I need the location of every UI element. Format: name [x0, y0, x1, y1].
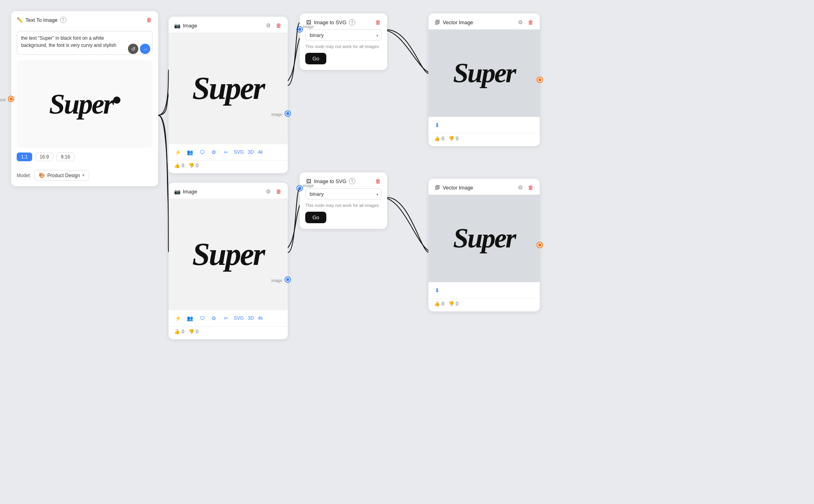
img-to-svg-bottom-body: binary color grayscale ▾ This node may n…	[300, 188, 387, 229]
like-group-bottom[interactable]: 👍 0	[174, 329, 184, 334]
image-node-bottom-settings[interactable]: ⚙	[265, 187, 272, 195]
vector-node-bottom-title-text: Vector Image	[443, 185, 473, 191]
tti-actions: 🗑	[145, 16, 153, 24]
toolbar-people-icon-top[interactable]: 👥	[186, 148, 194, 156]
toolbar-chat-icon-top[interactable]: 🗨	[198, 148, 206, 156]
img-to-svg-bottom-go-button[interactable]: Go	[305, 212, 326, 223]
vector-top-dislike-group[interactable]: 👎 0	[448, 136, 459, 141]
vector-node-top: 🗐 Vector Image ⚙ 🗑 Super ⬇ 👍 0 👎 0	[428, 14, 540, 146]
img-to-svg-top-hint: This node may not work for all images	[305, 44, 382, 49]
toolbar-lightning-icon-bottom[interactable]: ⚡	[174, 314, 182, 322]
toolbar-scissors-icon-bottom[interactable]: ✂	[222, 314, 230, 322]
img-to-svg-bottom-title-text: Image to SVG	[314, 178, 347, 184]
vector-node-top-settings[interactable]: ⚙	[517, 18, 524, 26]
dislike-count-top: 0	[196, 163, 199, 168]
vector-bottom-like-group[interactable]: 👍 0	[434, 301, 444, 307]
toolbar-svg-tag-bottom[interactable]: SVG	[234, 315, 244, 321]
tti-send-button[interactable]: →	[140, 44, 150, 54]
img-to-svg-bottom-hint: This node may not work for all images	[305, 203, 382, 208]
vector-top-dislike-count: 0	[456, 136, 459, 141]
model-dropdown[interactable]: 🎨 Product Design ▾	[34, 170, 89, 181]
vector-node-bottom-settings[interactable]: ⚙	[517, 183, 524, 191]
img-to-svg-top-body: binary color grayscale ▾ This node may n…	[300, 29, 387, 70]
img-to-svg-bottom-delete[interactable]: 🗑	[374, 177, 382, 185]
image-node-top: 📷 Image ⚙ 🗑 Super ⚡ 👥 🗨 ⚙ ✂ SVG 3D 4k 👍 …	[169, 17, 288, 173]
vector-node-top-delete[interactable]: 🗑	[527, 18, 534, 26]
toolbar-chat-icon-bottom[interactable]: 🗨	[198, 314, 206, 322]
vector-node-top-vote-footer: 👍 0 👎 0	[428, 133, 540, 146]
img-to-svg-top-go-button[interactable]: Go	[305, 53, 326, 64]
tti-connector-label-text: text	[0, 97, 6, 102]
image-node-top-delete-button[interactable]: 🗑	[275, 21, 282, 29]
vector-bottom-dislike-group[interactable]: 👎 0	[448, 301, 459, 307]
vector-node-bottom-vote-footer: 👍 0 👎 0	[428, 298, 540, 311]
img-to-svg-top-select[interactable]: binary color grayscale	[305, 29, 382, 41]
img-to-svg-top-delete[interactable]: 🗑	[374, 18, 382, 26]
dropdown-chevron-icon: ▾	[82, 173, 85, 178]
vector-top-thumb-up: 👍	[434, 136, 440, 141]
like-count-top: 0	[182, 163, 184, 168]
toolbar-4k-tag-top[interactable]: 4k	[258, 149, 263, 155]
img-to-svg-top-conn-label: image	[303, 25, 314, 29]
vector-node-top-footer: ⬇	[428, 117, 540, 133]
image-node-top-settings-button[interactable]: ⚙	[265, 21, 272, 29]
img-to-svg-top-left-connector	[297, 27, 302, 32]
vector-node-top-download[interactable]: ⬇	[434, 121, 440, 129]
image-node-bottom-actions: ⚙ 🗑	[265, 187, 282, 195]
vector-bottom-right-connector	[537, 243, 542, 247]
toolbar-people-icon-bottom[interactable]: 👥	[186, 314, 194, 322]
vector-bottom-dislike-count: 0	[456, 301, 459, 307]
vector-bottom-thumb-up: 👍	[434, 301, 440, 307]
vector-icon-top: 🗐	[434, 19, 440, 25]
image-node-top-title-text: Image	[183, 23, 197, 29]
image-node-top-toolbar: ⚡ 👥 🗨 ⚙ ✂ SVG 3D 4k	[169, 144, 288, 160]
tti-refresh-button[interactable]: ↺	[128, 44, 138, 54]
image-node-top-text: Super	[192, 70, 264, 106]
camera-icon-top: 📷	[174, 22, 180, 29]
img-to-svg-bottom-select[interactable]: binary color grayscale	[305, 188, 382, 200]
vector-node-bottom-delete[interactable]: 🗑	[527, 183, 534, 191]
like-group-top[interactable]: 👍 0	[174, 163, 184, 168]
vector-node-top-preview: Super	[428, 29, 540, 117]
img-to-svg-bottom-left-connector	[297, 186, 302, 191]
image-node-bottom: 📷 Image ⚙ 🗑 Super ⚡ 👥 🗨 ⚙ ✂ SVG 3D 4k 👍 …	[169, 183, 288, 339]
tti-help-icon[interactable]: ?	[60, 17, 66, 23]
vector-top-like-group[interactable]: 👍 0	[434, 136, 444, 141]
ratio-16-9-button[interactable]: 16:9	[35, 153, 53, 161]
toolbar-settings-icon-bottom[interactable]: ⚙	[210, 314, 218, 322]
ratio-1-1-button[interactable]: 1:1	[17, 153, 32, 161]
model-value: Product Design	[47, 173, 80, 178]
toolbar-scissors-icon-top[interactable]: ✂	[222, 148, 230, 156]
toolbar-lightning-icon-top[interactable]: ⚡	[174, 148, 182, 156]
vector-node-bottom-download[interactable]: ⬇	[434, 286, 440, 294]
toolbar-svg-tag-top[interactable]: SVG	[234, 149, 244, 155]
vector-bottom-like-count: 0	[442, 301, 444, 307]
camera-icon-bottom: 📷	[174, 188, 180, 195]
thumb-down-icon-top: 👎	[188, 163, 194, 168]
wand-icon: ✏️	[17, 17, 23, 23]
toolbar-settings-icon-top[interactable]: ⚙	[210, 148, 218, 156]
image-node-bottom-toolbar: ⚡ 👥 🗨 ⚙ ✂ SVG 3D 4k	[169, 310, 288, 326]
vector-top-like-count: 0	[442, 136, 444, 141]
toolbar-3d-tag-bottom[interactable]: 3D	[248, 315, 254, 321]
thumb-up-icon-top: 👍	[174, 163, 180, 168]
img-to-svg-top-title-text: Image to SVG	[314, 19, 347, 25]
image-node-bottom-title-text: Image	[183, 189, 197, 195]
dislike-group-bottom[interactable]: 👎 0	[188, 329, 199, 334]
dislike-group-top[interactable]: 👎 0	[188, 163, 199, 168]
tti-delete-button[interactable]: 🗑	[145, 16, 153, 24]
image-node-top-footer: 👍 0 👎 0	[169, 160, 288, 173]
toolbar-3d-tag-top[interactable]: 3D	[248, 149, 254, 155]
tti-textarea-icons: ↺ →	[128, 44, 150, 54]
image-node-bottom-delete[interactable]: 🗑	[275, 187, 282, 195]
image-node-top-preview: Super	[169, 33, 288, 144]
ratio-9-16-button[interactable]: 9:16	[56, 153, 74, 161]
image-bottom-right-connector	[285, 277, 290, 282]
image-node-bottom-footer: 👍 0 👎 0	[169, 326, 288, 339]
toolbar-4k-tag-bottom[interactable]: 4k	[258, 315, 263, 321]
img-to-svg-bottom-conn-label: image	[303, 183, 314, 188]
image-top-connector-label: image	[271, 112, 282, 117]
img-to-svg-bottom-help[interactable]: ?	[349, 178, 355, 184]
img-to-svg-top-help[interactable]: ?	[349, 19, 355, 25]
vector-node-bottom-footer: ⬇	[428, 282, 540, 298]
